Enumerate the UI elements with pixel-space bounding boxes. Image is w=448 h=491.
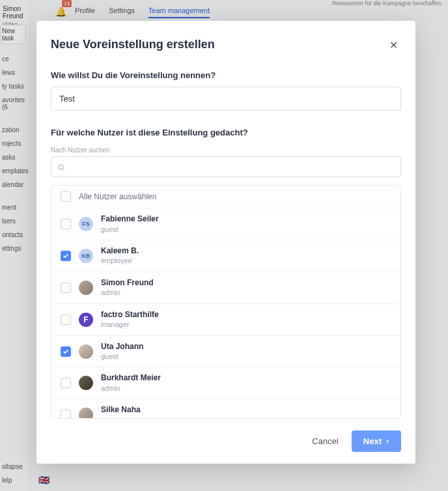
user-name: Burkhardt Meier [101, 373, 161, 384]
close-icon: ✕ [389, 40, 398, 51]
user-name: Simon Freund [101, 278, 154, 288]
user-checkbox[interactable] [61, 219, 71, 229]
user-row[interactable]: FSFabienne Seilerguest [51, 208, 400, 240]
user-checkbox[interactable] [61, 410, 71, 419]
user-role: guest [101, 352, 143, 361]
next-button[interactable]: Next [352, 430, 401, 452]
modal-title: Neue Voreinstellung erstellen [51, 38, 215, 51]
user-info: Silke Nahaguest [101, 405, 141, 419]
user-role: employee [101, 256, 139, 265]
next-label: Next [363, 436, 382, 446]
user-search-input[interactable] [51, 156, 401, 177]
avatar [79, 344, 93, 359]
create-preset-modal: Neue Voreinstellung erstellen ✕ Wie will… [36, 21, 415, 464]
user-checkbox[interactable] [61, 283, 71, 293]
user-name: Uta Johann [101, 342, 143, 352]
cancel-button[interactable]: Cancel [309, 432, 341, 450]
user-name: factro Starthilfe [101, 310, 159, 320]
user-info: Uta Johannguest [101, 342, 143, 361]
user-role: manager [101, 320, 159, 329]
user-role: admin [101, 288, 154, 297]
select-all-label: Alle Nutzer auswählen [79, 192, 156, 201]
user-info: Burkhardt Meieradmin [101, 373, 161, 393]
avatar [79, 376, 93, 390]
user-checkbox[interactable] [61, 378, 71, 388]
user-name: Kaleem B. [101, 246, 139, 257]
user-checkbox[interactable] [61, 346, 71, 357]
avatar: KB [79, 249, 93, 263]
user-name: Silke Naha [101, 405, 141, 415]
avatar [79, 281, 93, 295]
select-all-checkbox[interactable] [61, 191, 71, 202]
preset-name-input[interactable] [51, 87, 401, 111]
user-checkbox[interactable] [61, 315, 71, 325]
avatar [79, 408, 93, 419]
user-info: Fabienne Seilerguest [101, 214, 159, 234]
user-name: Fabienne Seiler [101, 214, 159, 225]
user-info: Kaleem B.employee [101, 246, 139, 266]
user-info: factro Starthilfemanager [101, 310, 159, 330]
user-row[interactable]: Silke Nahaguest [51, 399, 400, 419]
user-checkbox[interactable] [61, 251, 71, 261]
close-button[interactable]: ✕ [385, 38, 401, 53]
search-hint: Nach Nutzer suchen [51, 147, 401, 154]
user-row[interactable]: Burkhardt Meieradmin [51, 367, 400, 399]
chevron-right-icon [384, 438, 391, 445]
user-info: Simon Freundadmin [101, 278, 154, 298]
select-all-row[interactable]: Alle Nutzer auswählen [51, 186, 400, 208]
user-row[interactable]: Simon Freundadmin [51, 272, 400, 304]
user-role: guest [101, 225, 159, 234]
user-row[interactable]: Ffactro Starthilfemanager [51, 304, 400, 336]
user-role: admin [101, 384, 161, 393]
modal-footer: Cancel Next [51, 430, 401, 452]
user-row[interactable]: Uta Johannguest [51, 336, 400, 368]
avatar: FS [79, 217, 93, 231]
search-icon [57, 163, 65, 171]
avatar: F [79, 313, 93, 327]
user-role: guest [101, 415, 141, 419]
user-row[interactable]: KBKaleem B.employee [51, 240, 400, 272]
svg-point-0 [59, 165, 63, 169]
users-question: Für welche Nutzer ist diese Einstellung … [51, 128, 401, 137]
svg-line-1 [63, 169, 64, 170]
name-question: Wie willst Du die Voreinstellung nennen? [51, 70, 401, 80]
user-list: Alle Nutzer auswählen FSFabienne Seilerg… [51, 185, 401, 419]
